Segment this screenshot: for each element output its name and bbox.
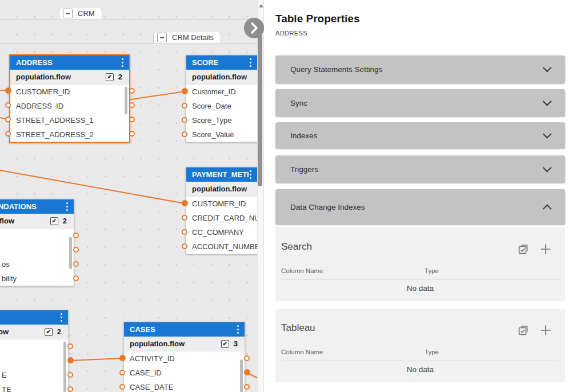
table-menu-icon[interactable] xyxy=(121,57,125,69)
table-field-case_id[interactable]: CASE_ID xyxy=(124,366,245,380)
table-field-street_address_2[interactable]: STREET_ADDRESS_2 xyxy=(10,127,129,142)
connector-dot[interactable] xyxy=(67,343,73,349)
table-field-score_value[interactable]: Score_Value xyxy=(186,127,257,142)
accordion-query-statements-settings[interactable]: Query Statements Settings xyxy=(275,55,565,83)
accordion-data-change-indexes[interactable]: Data Change Indexes xyxy=(275,189,565,225)
table-activity[interactable]: population.flow✔2ETE xyxy=(0,310,69,392)
table-header[interactable]: CASES xyxy=(124,322,245,337)
connector-dot[interactable] xyxy=(182,200,188,206)
table-scrollbar-thumb[interactable] xyxy=(240,359,243,392)
table-menu-icon[interactable] xyxy=(59,312,64,323)
table-field-case_date[interactable]: CASE_DATE xyxy=(124,380,245,392)
connector-dot[interactable] xyxy=(119,355,126,361)
table-payment-method[interactable]: PAYMENT_METHODpopulation.flowCUSTOMER_ID… xyxy=(186,167,258,254)
flow-label: population.flow xyxy=(130,339,221,348)
table-field-customer_id[interactable]: CUSTOMER_ID xyxy=(186,197,257,211)
connector-dot[interactable] xyxy=(182,215,187,221)
diagram-canvas[interactable]: CRMCRM DetailsADDRESSpopulation.flow✔2CU… xyxy=(0,0,263,392)
connector-dot[interactable] xyxy=(119,370,125,375)
table-field[interactable] xyxy=(0,354,68,368)
table-header[interactable]: PAYMENT_METHOD xyxy=(186,167,257,182)
table-field[interactable] xyxy=(0,339,68,354)
table-menu-icon[interactable] xyxy=(236,324,241,335)
connector-dot[interactable] xyxy=(5,117,11,122)
connector-dot[interactable] xyxy=(244,384,250,390)
connector-dot[interactable] xyxy=(182,131,187,137)
table-field-activity_id[interactable]: ACTIVITY_ID xyxy=(124,351,245,366)
accordion-indexes[interactable]: Indexes xyxy=(275,122,565,149)
table-field-account_number[interactable]: ACCOUNT_NUMBER xyxy=(186,239,257,254)
table-field-street_address_1[interactable]: STREET_ADDRESS_1 xyxy=(10,113,129,127)
table-field-credit_card_number[interactable]: CREDIT_CARD_NUMBER xyxy=(186,211,257,225)
table-field-score_type[interactable]: Score_Type xyxy=(186,113,257,127)
table-score[interactable]: SCOREpopulation.flowCustomer_IDScore_Dat… xyxy=(186,55,258,142)
table-header[interactable] xyxy=(0,310,68,325)
multi-check-button[interactable] xyxy=(517,324,530,339)
table-scrollbar-thumb[interactable] xyxy=(69,237,72,269)
connector-dot[interactable] xyxy=(73,233,79,238)
add-button[interactable] xyxy=(539,243,552,258)
connector-dot[interactable] xyxy=(244,355,250,361)
flow-checkbox[interactable]: ✔ xyxy=(45,328,53,336)
table-field-address_id[interactable]: ADDRESS_ID xyxy=(10,99,129,113)
connector-dot[interactable] xyxy=(119,384,125,390)
connector-dot[interactable] xyxy=(129,117,135,122)
table-field-te[interactable]: TE xyxy=(0,382,68,392)
table-menu-icon[interactable] xyxy=(249,57,253,69)
table-scrollbar-thumb[interactable] xyxy=(63,342,66,392)
connector-dot[interactable] xyxy=(129,131,135,137)
connector-dot[interactable] xyxy=(129,102,135,108)
table-menu-icon[interactable] xyxy=(249,169,253,181)
table-field-score_date[interactable]: Score_Date xyxy=(186,99,257,113)
scroll-up-icon[interactable] xyxy=(259,4,263,7)
flow-checkbox[interactable]: ✔ xyxy=(221,340,229,348)
connector-dot[interactable] xyxy=(73,247,79,253)
panel-collapse-button[interactable] xyxy=(244,18,264,38)
group-border xyxy=(0,19,257,20)
table-menu-icon[interactable] xyxy=(65,201,70,213)
collapse-group-icon[interactable] xyxy=(63,9,73,18)
group-tab-crm[interactable]: CRM xyxy=(59,7,102,20)
table-header[interactable]: ADDRESS xyxy=(10,55,129,70)
connector-dot[interactable] xyxy=(5,131,11,137)
connector-dot[interactable] xyxy=(73,261,79,267)
accordion-label: Indexes xyxy=(275,131,544,140)
table-address[interactable]: ADDRESSpopulation.flow✔2CUSTOMER_IDADDRE… xyxy=(9,54,130,143)
accordion-sync[interactable]: Sync xyxy=(275,89,565,117)
connector-dot[interactable] xyxy=(182,88,188,94)
table-field-customer_id[interactable]: Customer_ID xyxy=(186,85,257,99)
connector-dot[interactable] xyxy=(129,88,135,94)
table-field[interactable] xyxy=(0,243,74,257)
add-button[interactable] xyxy=(539,324,552,339)
connector-dot[interactable] xyxy=(5,102,11,108)
flow-checkbox[interactable]: ✔ xyxy=(50,217,58,225)
connector-dot[interactable] xyxy=(182,117,187,123)
connector-dot[interactable] xyxy=(73,275,79,281)
canvas-scrollbar-thumb[interactable] xyxy=(258,33,262,186)
table-field[interactable] xyxy=(0,229,74,243)
connector-dot[interactable] xyxy=(244,369,250,375)
accordion-triggers[interactable]: Triggers xyxy=(275,155,565,183)
connector-dot[interactable] xyxy=(67,357,74,363)
connector-dot[interactable] xyxy=(182,243,187,249)
table-field-cc_company[interactable]: CC_COMPANY xyxy=(186,225,257,239)
table-cases[interactable]: CASESpopulation.flow✔3ACTIVITY_IDCASE_ID… xyxy=(123,322,245,392)
table-field-e[interactable]: E xyxy=(0,368,68,382)
connector-dot[interactable] xyxy=(182,229,187,235)
table-field-bility[interactable]: bility xyxy=(0,271,74,286)
connector-dot[interactable] xyxy=(5,87,11,94)
table-field-customer_id[interactable]: CUSTOMER_ID xyxy=(10,85,129,99)
connector-dot[interactable] xyxy=(67,372,73,378)
collapse-group-icon[interactable] xyxy=(157,33,167,42)
chevron-down-icon xyxy=(543,63,552,73)
table-header[interactable]: SCORE xyxy=(186,55,257,70)
multi-check-button[interactable] xyxy=(517,243,530,258)
group-tab-crm-details[interactable]: CRM Details xyxy=(153,31,221,44)
table-header[interactable]: RECOMMENDATIONS xyxy=(0,199,74,214)
connector-dot[interactable] xyxy=(67,386,73,392)
flow-checkbox[interactable]: ✔ xyxy=(106,73,114,81)
table-field-os[interactable]: os xyxy=(0,257,74,271)
table-recommendations[interactable]: RECOMMENDATIONSpopulation.flow✔2osbility xyxy=(0,199,74,286)
connector-dot[interactable] xyxy=(182,103,187,109)
table-scrollbar-thumb[interactable] xyxy=(125,87,127,114)
